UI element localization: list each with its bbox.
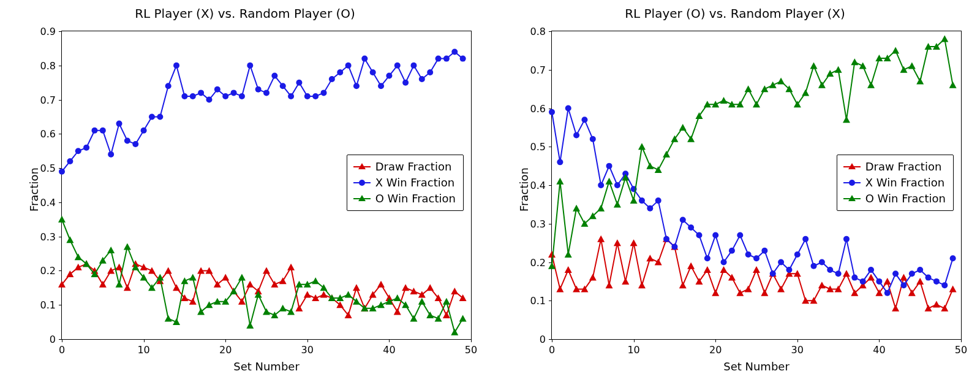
data-point (622, 278, 629, 285)
data-point (173, 284, 180, 291)
data-point (786, 267, 792, 273)
y-tick-label: 0 (540, 334, 546, 345)
tick-mark (961, 339, 962, 342)
data-point (165, 315, 172, 322)
legend-swatch (353, 166, 371, 167)
data-point (238, 274, 246, 281)
data-point (116, 281, 123, 288)
data-point (908, 62, 916, 69)
legend-label: Draw Fraction (865, 159, 942, 175)
x-tick-label: 0 (549, 344, 555, 356)
y-tick-label: 0.4 (40, 196, 56, 208)
data-point (75, 253, 82, 260)
data-point (565, 251, 572, 258)
data-point (663, 151, 670, 158)
data-point (680, 216, 686, 223)
data-point (777, 285, 785, 292)
data-point (598, 182, 604, 188)
data-point (280, 83, 286, 89)
tick-mark (552, 339, 552, 342)
data-point (647, 205, 653, 212)
chart-title: RL Player (O) vs. Random Player (X) (490, 6, 980, 21)
data-point (304, 291, 311, 297)
data-point (884, 290, 891, 296)
data-point (753, 101, 760, 107)
data-point (712, 232, 718, 239)
y-axis-label: Fraction (28, 167, 40, 212)
data-point (149, 113, 155, 120)
data-point (181, 93, 187, 99)
data-point (263, 267, 270, 274)
data-point (205, 301, 213, 308)
data-point (826, 70, 834, 77)
data-point (304, 93, 311, 99)
tick-mark (62, 339, 62, 342)
data-point (761, 289, 768, 296)
data-point (581, 117, 587, 123)
data-point (614, 182, 620, 188)
data-point (345, 63, 352, 69)
data-point (941, 305, 948, 312)
y-tick-label: 0.7 (530, 64, 546, 75)
data-point (287, 264, 295, 270)
data-point (687, 262, 695, 269)
data-point (843, 116, 850, 123)
circle-icon (849, 180, 855, 186)
data-point (75, 148, 81, 154)
y-tick-label: 0.4 (530, 180, 546, 191)
data-point (157, 113, 163, 120)
data-point (900, 282, 907, 288)
data-point (909, 270, 915, 277)
data-point (132, 141, 138, 147)
data-point (116, 121, 123, 127)
data-point (460, 56, 466, 62)
data-point (655, 259, 662, 266)
data-point (443, 298, 450, 305)
data-point (426, 312, 434, 318)
data-point (426, 284, 434, 291)
x-tick-label: 30 (791, 344, 804, 356)
data-point (949, 82, 957, 88)
data-point (206, 97, 212, 103)
legend-item: Draw Fraction (843, 159, 946, 175)
data-point (321, 90, 327, 96)
data-point (729, 248, 735, 254)
data-point (394, 294, 401, 301)
data-point (246, 322, 254, 329)
data-point (402, 284, 409, 291)
data-point (99, 281, 107, 288)
data-point (573, 205, 580, 212)
data-point (721, 259, 727, 266)
data-point (410, 288, 417, 294)
data-point (868, 267, 874, 273)
data-point (818, 281, 826, 288)
tick-mark (389, 339, 390, 342)
data-point (917, 267, 923, 273)
data-point (761, 248, 767, 254)
data-point (67, 158, 73, 164)
legend-label: X Win Fraction (865, 175, 944, 191)
data-point (271, 281, 278, 288)
data-point (811, 263, 817, 269)
data-point (777, 78, 785, 85)
data-point (361, 56, 368, 62)
plot-area: 00.10.20.30.40.50.60.70.80.901020304050D… (61, 31, 472, 340)
data-point (737, 232, 743, 239)
data-point (770, 270, 776, 277)
data-point (810, 62, 818, 69)
data-point (916, 78, 924, 85)
data-point (892, 305, 899, 312)
data-point (835, 270, 842, 277)
data-point (606, 178, 613, 185)
data-point (704, 255, 710, 261)
x-tick-label: 30 (301, 344, 314, 356)
data-point (59, 169, 65, 175)
data-point (255, 86, 262, 93)
data-point (753, 266, 760, 273)
data-point (802, 236, 809, 242)
data-point (867, 274, 875, 281)
data-point (794, 251, 801, 258)
data-point (140, 264, 148, 270)
tick-mark (634, 339, 635, 342)
y-tick-label: 0.3 (530, 218, 546, 229)
